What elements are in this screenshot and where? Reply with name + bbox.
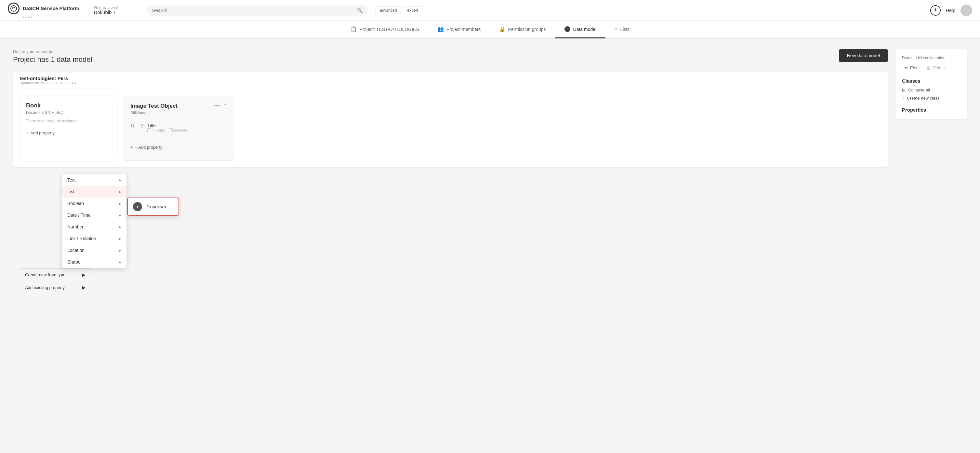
collapse-button[interactable]: ⌃ [223,103,227,109]
data-model-icon: ⚫ [564,26,571,32]
tab-members[interactable]: 👥 Project members [428,21,490,38]
menu-item-boolean[interactable]: Boolean ▶ [62,198,126,209]
search-bar[interactable]: 🔍 [146,5,368,16]
arrow-icon: ▶ [82,285,86,290]
image-add-property-button[interactable]: + + Add property [130,143,227,152]
add-property-label: Add property [30,131,55,136]
create-options-menu: Create new from type ▶ Add existing prop… [19,268,91,269]
plus-icon: + [26,131,29,136]
required-checkbox[interactable] [169,128,173,132]
menu-item-location[interactable]: Location ▶ [62,244,126,256]
property-name: Title [147,123,227,128]
ontology-updated: Updated on: Jul 7, 2021, 11:32:54 A [19,81,881,85]
define-label: Define your metadata [13,49,888,54]
trash-icon: 🗑 [926,65,931,70]
menu-item-list[interactable]: List ▶ ▾ Dropdown [62,186,126,198]
image-card: Image Test Object ••• ⌃ Still Image 1) ⠿… [124,96,234,161]
menu-item-datetime[interactable]: Date / Time ▶ [62,209,126,221]
tab-project[interactable]: 📋 Project: TEST-ONTOLOGIES [341,21,428,38]
property-info: Title multiple required [147,123,227,132]
advanced-mode-button[interactable]: advanced [375,6,401,14]
create-new-class-button[interactable]: + Create new class [902,96,961,100]
image-card-header: Image Test Object ••• ⌃ [130,102,227,109]
arrow-icon: ▶ [119,178,121,182]
tab-permissions[interactable]: 🔒 Permission groups [490,21,555,38]
arrow-icon: ▶ [119,237,121,241]
add-button[interactable]: + [930,5,941,16]
config-actions: ✏ Edit 🗑 Delete [902,64,961,72]
tab-lists-label: Lists [620,27,630,32]
project-icon: 📋 [350,26,357,32]
book-card-subtitle: Document (PDF, etc.) [26,110,111,115]
logo-icon [8,3,19,14]
search-modes: advanced expert [375,6,422,14]
image-card-subtitle: Still Image [130,111,227,115]
add-property-button[interactable]: + Add property [26,129,111,137]
classes-title: Classes [902,78,961,84]
lists-icon: ≡ [614,26,617,32]
expert-mode-button[interactable]: expert [403,6,422,14]
menu-item-number[interactable]: Number ▶ [62,221,126,233]
tab-data-model[interactable]: ⚫ Data model [555,21,606,38]
no-property-text: There is no property assigned. [26,119,111,123]
permissions-icon: 🔒 [499,26,506,32]
cards-row: Book Document (PDF, etc.) There is no pr… [13,89,888,167]
menu-item-link-relation[interactable]: Link / Relation ▶ [62,233,126,244]
arrow-icon: ▶ [119,190,121,194]
arrow-icon: ▶ [82,273,86,277]
nav-tabs: 📋 Project: TEST-ONTOLOGIES 👥 Project mem… [0,21,980,39]
edit-icon: ✏ [905,65,908,70]
app-title: DaSCH Service Platform [23,6,79,11]
arrow-icon: ▶ [119,260,121,264]
multiple-checkbox-label[interactable]: multiple [147,128,165,132]
new-data-model-button[interactable]: New data model [839,49,888,62]
collapse-icon: ⊞ [902,88,905,93]
add-existing-property-item[interactable]: Add existing property ▶ [20,281,91,294]
search-input[interactable] [152,8,354,13]
filter-project[interactable]: Filter by project Dokubib ▾ [87,6,139,15]
arrow-icon: ▶ [119,225,121,229]
tab-permissions-label: Permission groups [508,27,546,32]
edit-button[interactable]: ✏ Edit [902,64,920,72]
page-title: Project has 1 data model [13,55,888,64]
config-label: Data model configuration [902,56,961,60]
logo-area: DaSCH Service Platform v5.0.0 [8,3,79,18]
tab-lists[interactable]: ≡ Lists [605,21,639,38]
content-area: Define your metadata Project has 1 data … [13,49,888,439]
header-right: + Help [930,5,972,16]
app-header: DaSCH Service Platform v5.0.0 Filter by … [0,0,980,21]
right-sidebar: Data model configuration ✏ Edit 🗑 Delete… [896,49,967,119]
property-options: multiple required [147,128,227,132]
required-checkbox-label[interactable]: required [169,128,187,132]
context-menu: Text ▶ List ▶ ▾ Dropdown [62,174,127,268]
tab-data-model-label: Data model [573,27,597,32]
image-card-title: Image Test Object [130,103,178,109]
tab-project-label: Project: TEST-ONTOLOGIES [360,27,419,32]
chevron-down-icon: ▾ [113,10,115,14]
multiple-checkbox[interactable] [147,128,151,132]
main-content: Define your metadata Project has 1 data … [0,39,980,450]
arrow-icon: ▶ [119,214,121,217]
menu-item-text[interactable]: Text ▶ [62,174,126,186]
add-property-label: + Add property [135,145,162,150]
property-num: 1) [130,123,137,128]
classes-section: Classes ⊞ Collapse all + Create new clas… [902,78,961,100]
project-selector[interactable]: Dokubib ▾ [94,10,139,15]
collapse-all-button[interactable]: ⊞ Collapse all [902,88,961,93]
three-dots-menu[interactable]: ••• [214,102,220,109]
book-card-title: Book [26,102,111,109]
plus-icon: + [130,145,133,150]
filter-label: Filter by project [94,6,139,10]
help-link[interactable]: Help [946,8,955,13]
version-label: v5.0.0 [23,14,32,18]
drag-handle-icon: ⠿ [140,123,144,129]
ontology-name: test-ontologies: Pers [19,75,881,81]
menu-item-shape[interactable]: Shape ▶ [62,256,126,268]
ontology-header: test-ontologies: Pers Updated on: Jul 7,… [13,72,888,89]
submenu-item-dropdown[interactable]: ▾ Dropdown [128,198,178,215]
tab-members-label: Project members [446,27,481,32]
delete-button[interactable]: 🗑 Delete [924,64,948,72]
avatar[interactable] [961,5,972,16]
book-card: Book Document (PDF, etc.) There is no pr… [19,96,117,161]
create-new-from-type-item[interactable]: Create new from type ▶ [20,268,91,281]
